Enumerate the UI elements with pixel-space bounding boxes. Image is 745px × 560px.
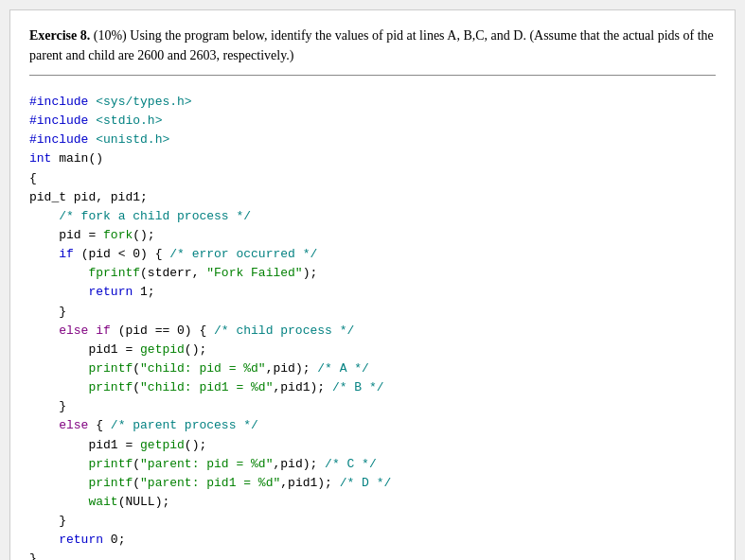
code-line: fprintf(stderr, "Fork Failed"); xyxy=(29,264,716,283)
code-line: pid1 = getpid(); xyxy=(29,341,716,359)
code-line: else { /* parent process */ xyxy=(29,416,716,435)
exercise-text: (10%) Using the program below, identify … xyxy=(29,28,714,62)
exercise-label: Exercise 8. xyxy=(29,28,90,43)
code-line: return 1; xyxy=(29,283,716,302)
code-line: pid1 = getpid(); xyxy=(29,436,716,455)
code-line: } xyxy=(29,397,716,416)
page-container: Exercise 8. (10%) Using the program belo… xyxy=(9,9,736,560)
code-line: wait(NULL); xyxy=(29,493,716,512)
code-line: if (pid < 0) { /* error occurred */ xyxy=(29,245,716,264)
code-line: pid = fork(); xyxy=(29,226,716,245)
code-line: #include <unistd.h> xyxy=(29,131,716,149)
code-line: return 0; xyxy=(29,531,716,550)
code-line: } xyxy=(29,303,716,322)
code-line: /* fork a child process */ xyxy=(29,207,716,226)
code-line: printf("child: pid1 = %d",pid1); /* B */ xyxy=(29,378,716,397)
code-line: } xyxy=(29,550,716,560)
code-block: #include <sys/types.h> #include <stdio.h… xyxy=(29,85,716,560)
code-line: printf("child: pid = %d",pid); /* A */ xyxy=(29,359,716,378)
code-line: #include <sys/types.h> xyxy=(29,93,716,112)
exercise-header: Exercise 8. (10%) Using the program belo… xyxy=(29,26,716,76)
code-line: { xyxy=(29,169,716,188)
code-line: else if (pid == 0) { /* child process */ xyxy=(29,322,716,341)
code-line: } xyxy=(29,512,716,531)
code-line: printf("parent: pid = %d",pid); /* C */ xyxy=(29,455,716,474)
code-line: #include <stdio.h> xyxy=(29,112,716,131)
code-line: printf("parent: pid1 = %d",pid1); /* D *… xyxy=(29,474,716,493)
code-line: pid_t pid, pid1; xyxy=(29,188,716,207)
code-line: int main() xyxy=(29,149,716,168)
